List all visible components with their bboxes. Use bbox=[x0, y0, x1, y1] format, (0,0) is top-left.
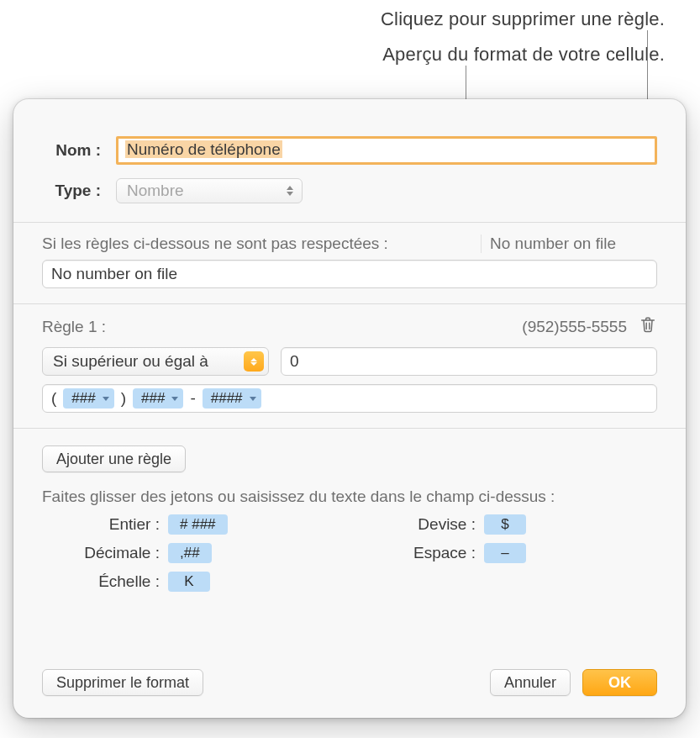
token-devise[interactable]: $ bbox=[484, 514, 526, 535]
delete-format-button[interactable]: Supprimer le format bbox=[42, 669, 203, 696]
type-label: Type : bbox=[42, 182, 101, 200]
name-input-value: Numéro de téléphone bbox=[125, 140, 282, 158]
default-preview: No number on file bbox=[481, 235, 657, 253]
cancel-button[interactable]: Annuler bbox=[490, 669, 571, 696]
rules-intro-text: Si les règles ci-dessous ne sont pas res… bbox=[42, 235, 481, 253]
type-select-value: Nombre bbox=[127, 182, 184, 200]
token-devise-label: Devise : bbox=[366, 515, 476, 534]
stepper-icon bbox=[244, 351, 264, 372]
rule-condition-select[interactable]: Si supérieur ou égal à bbox=[42, 347, 269, 376]
rule-condition-label: Si supérieur ou égal à bbox=[53, 352, 244, 371]
trash-icon bbox=[639, 314, 657, 335]
add-rule-button[interactable]: Ajouter une règle bbox=[42, 445, 186, 472]
token-echelle[interactable]: K bbox=[168, 572, 210, 592]
format-literal-close: ) bbox=[119, 389, 128, 408]
token-espace-label: Espace : bbox=[366, 544, 476, 562]
stepper-icon bbox=[287, 183, 295, 198]
format-token[interactable]: #### bbox=[203, 388, 261, 409]
rule-1-preview: (952)555-5555 bbox=[522, 318, 627, 336]
name-input[interactable]: Numéro de téléphone bbox=[116, 136, 657, 165]
delete-rule-button[interactable] bbox=[639, 314, 657, 339]
callout-delete-rule: Cliquez pour supprimer une règle. bbox=[381, 8, 665, 30]
tokens-help-text: Faites glisser des jetons ou saisissez d… bbox=[13, 479, 686, 506]
token-espace[interactable]: – bbox=[484, 543, 526, 563]
chevron-down-icon bbox=[250, 397, 256, 401]
chevron-down-icon bbox=[171, 397, 178, 401]
chevron-down-icon bbox=[103, 397, 109, 401]
rule-format-field[interactable]: ( ### ) ### - #### bbox=[42, 384, 657, 413]
format-token[interactable]: ### bbox=[133, 388, 183, 409]
name-label: Nom : bbox=[42, 141, 101, 160]
format-literal-open: ( bbox=[50, 389, 58, 408]
ok-button[interactable]: OK bbox=[582, 669, 657, 696]
token-entier[interactable]: # ### bbox=[168, 514, 228, 535]
token-decimale-label: Décimale : bbox=[42, 544, 160, 562]
custom-format-dialog: Nom : Numéro de téléphone Type : Nombre … bbox=[13, 99, 686, 718]
default-format-input[interactable] bbox=[42, 260, 657, 288]
token-entier-label: Entier : bbox=[42, 515, 160, 534]
type-select[interactable]: Nombre bbox=[116, 178, 303, 203]
token-echelle-label: Échelle : bbox=[42, 572, 160, 591]
callout-format-preview: Aperçu du format de votre cellule. bbox=[382, 44, 665, 66]
token-decimale[interactable]: ,## bbox=[168, 543, 212, 563]
rule-condition-value[interactable] bbox=[281, 347, 657, 376]
rule-1-title: Règle 1 : bbox=[42, 318, 106, 336]
format-token[interactable]: ### bbox=[63, 388, 113, 409]
format-literal-dash: - bbox=[188, 389, 197, 408]
